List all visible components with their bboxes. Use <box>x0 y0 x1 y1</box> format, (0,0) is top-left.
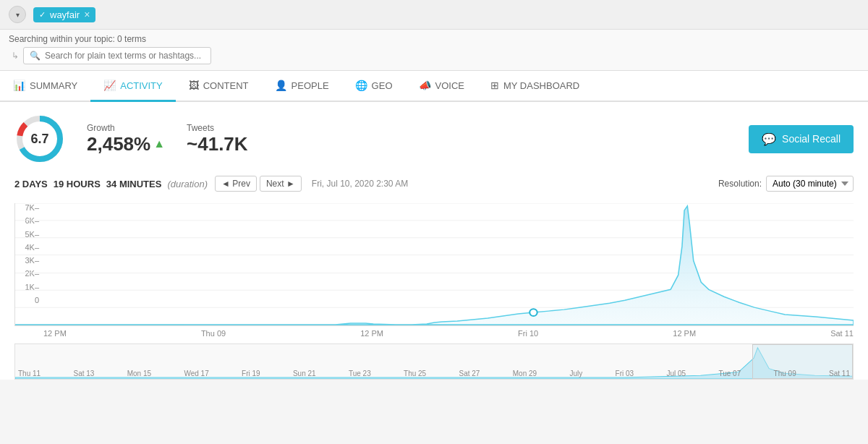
x-axis-labels: 12 PM Thu 09 12 PM Fri 10 12 PM Sat 11 <box>43 326 854 338</box>
x-label-thu09: Thu 09 <box>201 329 226 338</box>
donut-chart: 6.7 <box>14 114 65 164</box>
topic-name: wayfair <box>50 9 80 20</box>
resolution-label: Resolution: <box>718 179 762 189</box>
tab-activity-label: ACTIVITY <box>120 80 163 91</box>
content-icon: 🖼 <box>189 80 199 91</box>
top-bar: ▾ ✓ wayfair × <box>0 0 868 30</box>
tweets-value: ~41.7K <box>187 133 248 155</box>
x-label-fri10: Fri 10 <box>518 329 538 338</box>
dashboard-icon: ⊞ <box>490 80 499 91</box>
social-recall-button[interactable]: 💬 Social Recall <box>749 125 854 153</box>
chart-svg <box>15 203 854 325</box>
chart-dot <box>529 309 537 316</box>
tweets-metric: Tweets ~41.7K <box>187 123 248 155</box>
topic-tag: ✓ wayfair × <box>33 7 95 22</box>
indent-arrow-icon: ↳ <box>12 51 19 61</box>
x-label-sat11: Sat 11 <box>830 329 854 338</box>
chart-area: 7K– 6K– 5K– 4K– 3K– 2K– 1K– 0 <box>14 196 854 380</box>
voice-icon: 📣 <box>419 80 431 91</box>
activity-icon: 📈 <box>103 80 116 91</box>
tab-dashboard-label: MY DASHBOARD <box>503 80 579 91</box>
search-input-wrap: 🔍 <box>23 47 211 64</box>
mini-label-sun21: Sun 21 <box>293 370 316 377</box>
mini-label-fri03: Fri 03 <box>616 370 634 377</box>
x-label-12pm-2: 12 PM <box>360 329 383 338</box>
up-arrow-icon: ▲ <box>153 137 165 150</box>
days-value: 2 DAYS <box>14 179 48 189</box>
mini-label-fri19: Fri 19 <box>242 370 260 377</box>
people-icon: 👤 <box>275 80 287 91</box>
mini-label-thu11: Thu 11 <box>18 370 41 377</box>
mini-label-jul05: Jul 05 <box>666 370 686 377</box>
tab-activity[interactable]: 📈 ACTIVITY <box>90 71 176 102</box>
search-input[interactable] <box>45 51 205 61</box>
nav-buttons: ◄ Prev Next ► <box>215 176 302 192</box>
metrics-row: 6.7 Growth 2,458% ▲ Tweets ~41.7K 💬 Soci… <box>14 114 854 171</box>
chevron-down-icon: ▾ <box>16 11 20 19</box>
tweets-label: Tweets <box>187 123 248 133</box>
resolution-select[interactable]: Auto (30 minute) <box>766 176 854 192</box>
search-icon: 🔍 <box>30 51 41 61</box>
hours-value: 19 HOURS <box>54 179 101 189</box>
mini-label-tue23: Tue 23 <box>349 370 371 377</box>
tab-content[interactable]: 🖼 CONTENT <box>176 71 262 102</box>
speech-bubble-icon: 💬 <box>762 132 776 146</box>
x-label-12pm-3: 12 PM <box>673 329 696 338</box>
tab-dashboard[interactable]: ⊞ MY DASHBOARD <box>477 71 592 102</box>
duration-row: 2 DAYS 19 HOURS 34 MINUTES (duration) ◄ … <box>14 171 854 196</box>
resolution-wrap: Resolution: Auto (30 minute) <box>718 176 854 192</box>
growth-value: 2,458% ▲ <box>87 133 165 155</box>
minutes-value: 34 MINUTES <box>106 179 162 189</box>
mini-chart-labels: Thu 11 Sat 13 Mon 15 Wed 17 Fri 19 Sun 2… <box>15 368 853 379</box>
main-content: 6.7 Growth 2,458% ▲ Tweets ~41.7K 💬 Soci… <box>0 102 868 380</box>
mini-label-mon15: Mon 15 <box>127 370 151 377</box>
growth-metric: Growth 2,458% ▲ <box>87 123 165 155</box>
tab-geo-label: GEO <box>372 80 393 91</box>
mini-label-mon29: Mon 29 <box>513 370 537 377</box>
tab-people[interactable]: 👤 PEOPLE <box>262 71 342 102</box>
nav-dropdown[interactable]: ▾ <box>9 6 26 23</box>
tab-summary-label: SUMMARY <box>30 80 77 91</box>
mini-label-sat13: Sat 13 <box>73 370 94 377</box>
tab-summary[interactable]: 📊 SUMMARY <box>0 71 90 102</box>
mini-chart: Thu 11 Sat 13 Mon 15 Wed 17 Fri 19 Sun 2… <box>14 343 854 380</box>
duration-label: (duration) <box>167 179 208 189</box>
mini-label-sat11: Sat 11 <box>829 370 850 377</box>
donut-score: 6.7 <box>30 132 48 147</box>
mini-label-thu09: Thu 09 <box>774 370 796 377</box>
tab-voice[interactable]: 📣 VOICE <box>406 71 477 102</box>
tab-geo[interactable]: 🌐 GEO <box>342 71 406 102</box>
growth-label: Growth <box>87 123 165 133</box>
topic-close-button[interactable]: × <box>84 9 90 20</box>
globe-icon: 🌐 <box>355 80 367 91</box>
x-label-12pm-1: 12 PM <box>43 329 67 338</box>
mini-label-sat27: Sat 27 <box>459 370 480 377</box>
tab-people-label: PEOPLE <box>292 80 329 91</box>
next-button[interactable]: Next ► <box>260 176 302 192</box>
mini-label-july: July <box>569 370 582 377</box>
mini-label-wed17: Wed 17 <box>184 370 208 377</box>
chart-inner <box>14 203 854 326</box>
mini-label-tue07: Tue 07 <box>718 370 741 377</box>
search-row: Searching within your topic: 0 terms ↳ 🔍 <box>0 30 868 71</box>
search-label: Searching within your topic: 0 terms <box>9 34 859 44</box>
social-recall-label: Social Recall <box>782 133 841 145</box>
date-label: Fri, Jul 10, 2020 2:30 AM <box>312 179 408 189</box>
tab-content-label: CONTENT <box>203 80 249 91</box>
nav-tabs: 📊 SUMMARY 📈 ACTIVITY 🖼 CONTENT 👤 PEOPLE … <box>0 71 868 102</box>
bar-chart-icon: 📊 <box>13 80 25 91</box>
tab-voice-label: VOICE <box>435 80 464 91</box>
prev-button[interactable]: ◄ Prev <box>215 176 257 192</box>
mini-label-thu25: Thu 25 <box>404 370 426 377</box>
check-icon: ✓ <box>39 10 46 20</box>
